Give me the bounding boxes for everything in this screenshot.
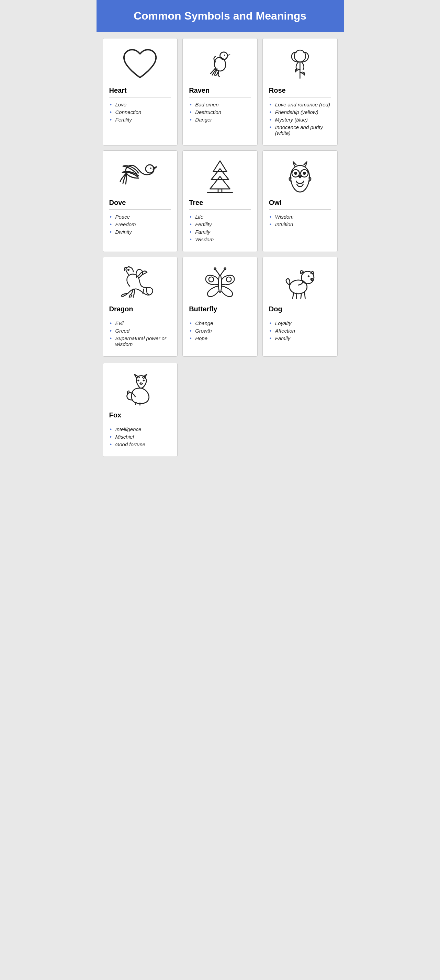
list-item: Good fortune bbox=[109, 441, 171, 447]
butterfly-title: Butterfly bbox=[189, 305, 251, 313]
fox-icon bbox=[109, 370, 171, 408]
list-item: Bad omen bbox=[189, 102, 251, 107]
dragon-title: Dragon bbox=[109, 305, 171, 313]
svg-point-3 bbox=[146, 165, 154, 173]
list-item: Hope bbox=[189, 336, 251, 341]
card-heart: Heart Love Connection Fertility bbox=[103, 38, 178, 146]
svg-point-25 bbox=[143, 380, 145, 381]
list-item: Danger bbox=[189, 117, 251, 123]
fox-meanings: Intelligence Mischief Good fortune bbox=[109, 426, 171, 449]
svg-point-18 bbox=[209, 277, 214, 282]
heart-icon bbox=[109, 45, 171, 83]
butterfly-meanings: Change Growth Hope bbox=[189, 320, 251, 343]
list-item: Loyalty bbox=[269, 320, 331, 326]
svg-point-20 bbox=[290, 280, 307, 294]
list-item: Affection bbox=[269, 328, 331, 334]
rose-title: Rose bbox=[269, 86, 331, 94]
empty-placeholder-1 bbox=[182, 363, 258, 457]
list-item: Change bbox=[189, 320, 251, 326]
list-item: Wisdom bbox=[269, 214, 331, 220]
page-header: Common Symbols and Meanings bbox=[97, 0, 344, 32]
dove-meanings: Peace Freedom Divinity bbox=[109, 214, 171, 237]
svg-point-22 bbox=[308, 275, 309, 277]
svg-point-24 bbox=[138, 380, 139, 381]
list-item: Greed bbox=[109, 328, 171, 334]
last-row: Fox Intelligence Mischief Good fortune bbox=[97, 363, 344, 463]
list-item: Destruction bbox=[189, 109, 251, 115]
list-item: Family bbox=[269, 336, 331, 341]
symbols-grid: Heart Love Connection Fertility bbox=[97, 32, 344, 363]
svg-marker-7 bbox=[213, 161, 227, 172]
list-item: Mischief bbox=[109, 434, 171, 440]
card-dove: Dove Peace Freedom Divinity bbox=[103, 150, 178, 252]
raven-title: Raven bbox=[189, 86, 251, 94]
svg-point-19 bbox=[226, 277, 231, 282]
owl-title: Owl bbox=[269, 199, 331, 207]
svg-point-1 bbox=[220, 52, 227, 60]
dragon-meanings: Evil Greed Supernatural power or wisdom bbox=[109, 320, 171, 349]
svg-marker-5 bbox=[210, 177, 230, 189]
raven-meanings: Bad omen Destruction Danger bbox=[189, 102, 251, 124]
list-item: Love bbox=[109, 102, 171, 107]
dove-icon bbox=[109, 158, 171, 195]
heart-meanings: Love Connection Fertility bbox=[109, 102, 171, 124]
list-item: Fertility bbox=[109, 117, 171, 123]
list-item: Intuition bbox=[269, 221, 331, 227]
page-title: Common Symbols and Meanings bbox=[104, 10, 337, 22]
card-rose: Rose Love and romance (red) Friendship (… bbox=[262, 38, 338, 146]
list-item: Innocence and purity (white) bbox=[269, 124, 331, 136]
list-item: Wisdom bbox=[189, 237, 251, 242]
card-tree: Tree Life Fertility Family Wisdom bbox=[182, 150, 258, 252]
rose-icon bbox=[269, 45, 331, 83]
list-item: Life bbox=[189, 214, 251, 220]
rose-meanings: Love and romance (red) Friendship (yello… bbox=[269, 102, 331, 138]
tree-icon bbox=[189, 158, 251, 195]
dove-title: Dove bbox=[109, 199, 171, 207]
dog-icon bbox=[269, 264, 331, 302]
list-item: Connection bbox=[109, 109, 171, 115]
svg-point-13 bbox=[303, 172, 306, 175]
raven-icon bbox=[189, 45, 251, 83]
dragon-icon bbox=[109, 264, 171, 302]
card-fox: Fox Intelligence Mischief Good fortune bbox=[103, 363, 178, 457]
card-dragon: Dragon Evil Greed Supernatural power or … bbox=[103, 257, 178, 356]
svg-rect-8 bbox=[218, 189, 222, 192]
card-butterfly: Butterfly Change Growth Hope bbox=[182, 257, 258, 356]
dog-title: Dog bbox=[269, 305, 331, 313]
tree-title: Tree bbox=[189, 199, 251, 207]
fox-title: Fox bbox=[109, 411, 171, 419]
owl-meanings: Wisdom Intuition bbox=[269, 214, 331, 229]
svg-point-2 bbox=[224, 54, 225, 56]
list-item: Love and romance (red) bbox=[269, 102, 331, 107]
list-item: Mystery (blue) bbox=[269, 117, 331, 123]
tree-meanings: Life Fertility Family Wisdom bbox=[189, 214, 251, 244]
svg-point-14 bbox=[128, 269, 129, 271]
card-raven: Raven Bad omen Destruction Danger bbox=[182, 38, 258, 146]
list-item: Intelligence bbox=[109, 426, 171, 432]
list-item: Freedom bbox=[109, 221, 171, 227]
list-item: Friendship (yellow) bbox=[269, 109, 331, 115]
list-item: Family bbox=[189, 229, 251, 235]
svg-point-12 bbox=[294, 172, 297, 175]
list-item: Peace bbox=[109, 214, 171, 220]
list-item: Divinity bbox=[109, 229, 171, 235]
card-owl: Owl Wisdom Intuition bbox=[262, 150, 338, 252]
list-item: Supernatural power or wisdom bbox=[109, 336, 171, 347]
list-item: Evil bbox=[109, 320, 171, 326]
owl-icon bbox=[269, 158, 331, 195]
dog-meanings: Loyalty Affection Family bbox=[269, 320, 331, 343]
heart-title: Heart bbox=[109, 86, 171, 94]
card-dog: Dog Loyalty Affection Family bbox=[262, 257, 338, 356]
svg-point-15 bbox=[218, 275, 222, 293]
list-item: Growth bbox=[189, 328, 251, 334]
butterfly-icon bbox=[189, 264, 251, 302]
list-item: Fertility bbox=[189, 221, 251, 227]
svg-point-4 bbox=[150, 167, 151, 169]
empty-placeholder-2 bbox=[262, 363, 338, 457]
